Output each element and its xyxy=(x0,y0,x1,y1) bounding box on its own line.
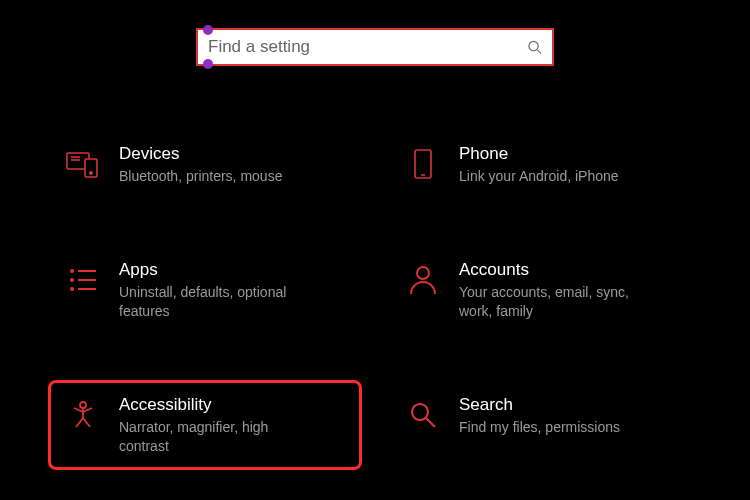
tile-phone[interactable]: Phone Link your Android, iPhone xyxy=(395,136,695,194)
caret-marker-top xyxy=(203,25,213,35)
tile-title: Search xyxy=(459,395,685,415)
svg-point-11 xyxy=(70,287,74,291)
search-box[interactable] xyxy=(196,28,554,66)
tile-text: Phone Link your Android, iPhone xyxy=(459,144,685,186)
accessibility-icon xyxy=(65,397,101,433)
devices-icon xyxy=(65,146,101,182)
tile-text: Accessibility Narrator, magnifier, high … xyxy=(119,395,345,456)
accounts-icon xyxy=(405,262,441,298)
tile-apps[interactable]: Apps Uninstall, defaults, optional featu… xyxy=(55,252,355,329)
tile-desc: Narrator, magnifier, high contrast xyxy=(119,418,299,456)
tile-desc: Uninstall, defaults, optional features xyxy=(119,283,299,321)
caret-marker-bottom xyxy=(203,59,213,69)
svg-point-4 xyxy=(90,172,92,174)
svg-point-0 xyxy=(529,41,538,50)
settings-grid: Devices Bluetooth, printers, mouse Phone… xyxy=(55,136,695,463)
apps-icon xyxy=(65,262,101,298)
svg-point-17 xyxy=(412,404,428,420)
svg-point-15 xyxy=(417,267,429,279)
magnifier-icon xyxy=(405,397,441,433)
tile-desc: Your accounts, email, sync, work, family xyxy=(459,283,639,321)
svg-point-16 xyxy=(80,402,86,408)
phone-icon xyxy=(405,146,441,182)
tile-text: Apps Uninstall, defaults, optional featu… xyxy=(119,260,345,321)
tile-text: Accounts Your accounts, email, sync, wor… xyxy=(459,260,685,321)
tile-desc: Find my files, permissions xyxy=(459,418,639,437)
search-icon xyxy=(527,40,542,55)
tile-title: Accessibility xyxy=(119,395,345,415)
tile-title: Devices xyxy=(119,144,345,164)
tile-text: Devices Bluetooth, printers, mouse xyxy=(119,144,345,186)
tile-accessibility[interactable]: Accessibility Narrator, magnifier, high … xyxy=(48,380,362,471)
svg-rect-7 xyxy=(415,150,431,178)
tile-desc: Link your Android, iPhone xyxy=(459,167,639,186)
tile-title: Accounts xyxy=(459,260,685,280)
svg-point-10 xyxy=(70,278,74,282)
tile-search[interactable]: Search Find my files, permissions xyxy=(395,387,695,464)
tile-text: Search Find my files, permissions xyxy=(459,395,685,437)
tile-desc: Bluetooth, printers, mouse xyxy=(119,167,299,186)
tile-title: Phone xyxy=(459,144,685,164)
svg-point-9 xyxy=(70,269,74,273)
search-input[interactable] xyxy=(198,30,552,64)
svg-line-18 xyxy=(426,418,435,427)
search-container xyxy=(0,0,750,66)
svg-line-1 xyxy=(537,50,541,54)
tile-devices[interactable]: Devices Bluetooth, printers, mouse xyxy=(55,136,355,194)
tile-accounts[interactable]: Accounts Your accounts, email, sync, wor… xyxy=(395,252,695,329)
tile-title: Apps xyxy=(119,260,345,280)
